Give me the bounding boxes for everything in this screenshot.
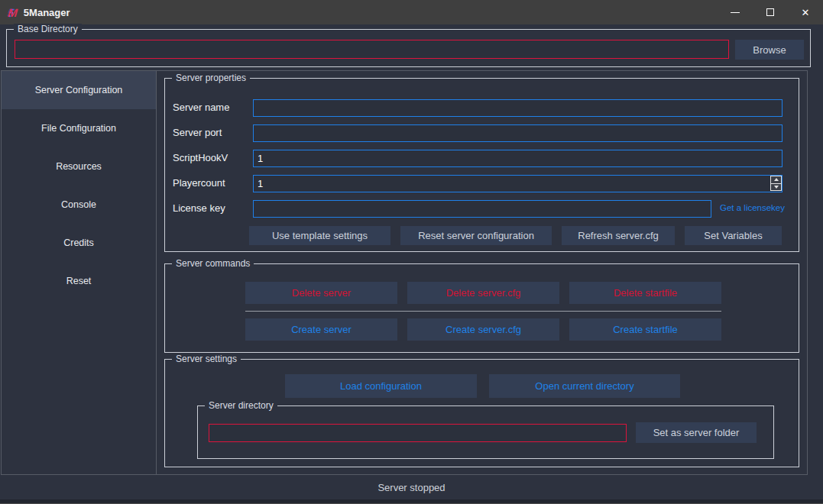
titlebar: 5M 5Manager ✕ [0, 0, 823, 24]
arrow-down-icon [774, 186, 779, 189]
logo-m: M [7, 6, 17, 19]
commands-divider [245, 311, 721, 312]
delete-server-button[interactable]: Delete server [245, 282, 397, 304]
playercount-spinner [770, 176, 782, 191]
server-properties-label: Server properties [172, 73, 250, 83]
sidebar: Server Configuration File Configuration … [2, 71, 157, 474]
get-licensekey-link[interactable]: Get a licensekey [720, 203, 785, 212]
open-current-directory-button[interactable]: Open current directory [489, 374, 680, 398]
create-button-row: Create server Create server.cfg Create s… [245, 318, 721, 341]
server-port-label: Server port [173, 124, 222, 142]
maximize-icon [766, 8, 774, 16]
sidebar-item-reset[interactable]: Reset [2, 262, 156, 300]
playercount-label: Playercount [173, 174, 225, 192]
properties-button-row: Use template settings Reset server confi… [249, 226, 782, 245]
playercount-input[interactable] [253, 175, 782, 192]
arrow-up-icon [774, 178, 779, 181]
minimize-icon [731, 12, 740, 13]
base-directory-label: Base Directory [14, 24, 82, 34]
refresh-server-cfg-button[interactable]: Refresh server.cfg [562, 226, 675, 245]
reset-server-configuration-button[interactable]: Reset server configuration [400, 226, 552, 245]
set-as-server-folder-button[interactable]: Set as server folder [636, 422, 757, 443]
load-configuration-button[interactable]: Load configuration [285, 374, 477, 398]
sidebar-item-resources[interactable]: Resources [2, 147, 156, 186]
minimize-button[interactable] [718, 0, 753, 24]
create-server-cfg-button[interactable]: Create server.cfg [407, 318, 559, 341]
license-key-input[interactable] [253, 200, 711, 218]
spin-down-button[interactable] [771, 184, 781, 191]
server-commands-group: Server commands Delete server Delete ser… [164, 263, 799, 353]
server-properties-group: Server properties Server name Server por… [164, 78, 799, 252]
maximize-button[interactable] [753, 0, 788, 24]
sidebar-item-console[interactable]: Console [2, 186, 156, 224]
app-logo-icon: 5M [7, 7, 17, 18]
set-variables-button[interactable]: Set Variables [685, 226, 782, 245]
window-title: 5Manager [24, 7, 70, 18]
base-directory-input[interactable] [15, 40, 729, 59]
close-icon: ✕ [802, 7, 810, 18]
delete-button-row: Delete server Delete server.cfg Delete s… [245, 282, 721, 304]
window-controls: ✕ [718, 0, 823, 24]
scripthookv-label: ScriptHookV [173, 149, 228, 167]
status-text: Server stopped [377, 482, 445, 493]
base-directory-group: Base Directory Browse [6, 29, 811, 67]
server-commands-label: Server commands [172, 258, 254, 269]
app-window: 5M 5Manager ✕ Base Directory Browse Serv… [0, 0, 823, 504]
server-name-input[interactable] [253, 99, 782, 117]
server-name-label: Server name [173, 99, 229, 117]
server-directory-label: Server directory [205, 400, 277, 411]
sidebar-item-credits[interactable]: Credits [2, 224, 156, 262]
server-port-input[interactable] [253, 124, 782, 142]
sidebar-item-server-configuration[interactable]: Server Configuration [2, 71, 156, 109]
use-template-settings-button[interactable]: Use template settings [249, 226, 390, 245]
server-directory-group: Server directory Set as server folder [197, 405, 774, 459]
server-directory-input[interactable] [209, 424, 627, 442]
browse-button[interactable]: Browse [735, 40, 804, 60]
scripthookv-input[interactable] [253, 150, 782, 167]
create-startfile-button[interactable]: Create startfile [569, 318, 721, 341]
server-settings-label: Server settings [172, 354, 241, 364]
status-bar: Server stopped [0, 475, 823, 499]
spin-up-button[interactable] [771, 176, 781, 184]
close-button[interactable]: ✕ [788, 0, 823, 24]
playercount-spinbox [253, 175, 782, 192]
license-key-label: License key [173, 199, 225, 218]
sidebar-item-file-configuration[interactable]: File Configuration [2, 109, 156, 147]
server-settings-group: Server settings Load configuration Open … [164, 359, 799, 467]
delete-server-cfg-button[interactable]: Delete server.cfg [407, 282, 559, 304]
delete-startfile-button[interactable]: Delete startfile [569, 282, 721, 304]
create-server-button[interactable]: Create server [245, 318, 397, 341]
